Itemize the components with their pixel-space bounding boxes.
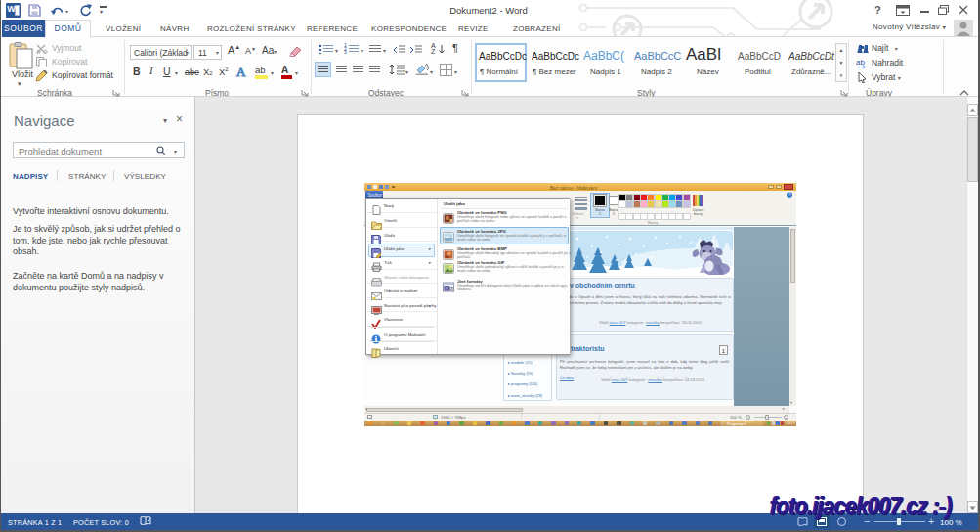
svg-text:ab: ab — [856, 58, 865, 66]
svg-text:A: A — [236, 65, 246, 78]
